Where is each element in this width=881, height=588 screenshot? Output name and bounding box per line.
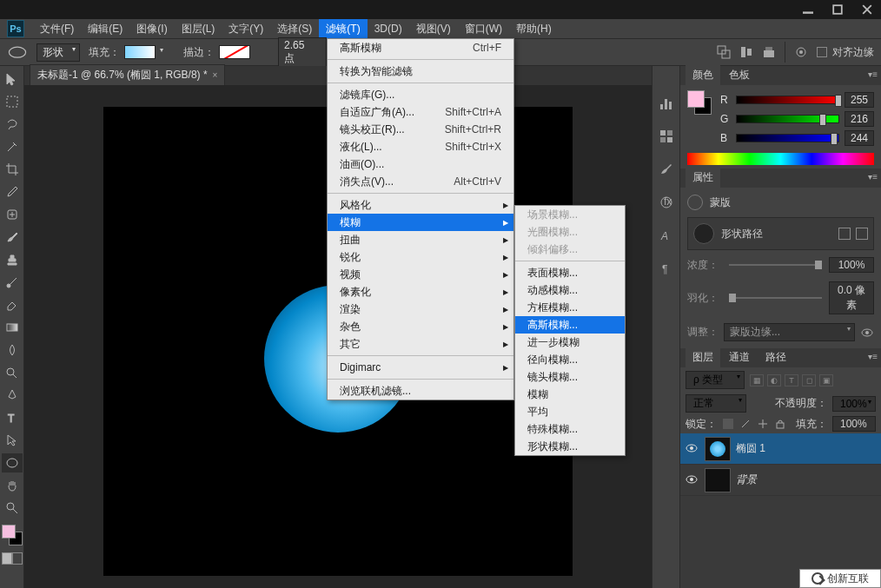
path-select-tool[interactable] [2, 431, 23, 450]
stamp-tool[interactable] [2, 250, 23, 269]
align-icon[interactable] [739, 45, 753, 59]
layer-name[interactable]: 椭圆 1 [736, 441, 765, 456]
menu-help[interactable]: 帮助(H) [509, 19, 559, 38]
layer-thumbnail[interactable] [705, 437, 731, 461]
path-ops-icon[interactable] [717, 45, 731, 59]
density-value[interactable]: 100% [829, 257, 874, 273]
filter-adjust-icon[interactable]: ◐ [767, 374, 781, 386]
menu-type[interactable]: 文字(Y) [222, 19, 270, 38]
zoom-tool[interactable] [2, 499, 23, 518]
layer-row[interactable]: 背景 [680, 465, 881, 496]
menu-item[interactable]: 自适应广角(A)...Shift+Ctrl+A [328, 103, 513, 121]
menu-image[interactable]: 图像(I) [129, 19, 174, 38]
character-icon[interactable]: A [659, 228, 674, 243]
document-tab[interactable]: 未标题-1 @ 66.7% (椭圆 1, RGB/8) *× [30, 64, 225, 85]
fill-opacity-value[interactable]: 100% [832, 416, 876, 432]
menu-item[interactable]: 径向模糊... [515, 351, 625, 368]
menu-3d[interactable]: 3D(D) [368, 19, 409, 38]
slider-g[interactable] [736, 115, 839, 123]
menu-layer[interactable]: 图层(L) [175, 19, 222, 38]
marquee-tool[interactable] [2, 92, 23, 111]
menu-item[interactable]: 模糊 [328, 214, 513, 231]
menu-item[interactable]: 方框模糊... [515, 299, 625, 316]
menu-item[interactable]: 镜头模糊... [515, 368, 625, 386]
menu-item[interactable]: 表面模糊... [515, 264, 625, 281]
layer-thumbnail[interactable] [705, 468, 731, 492]
filter-smart-icon[interactable]: ▣ [819, 374, 833, 386]
filter-shape-icon[interactable]: ◻ [802, 374, 816, 386]
menu-item[interactable]: 像素化 [328, 283, 513, 301]
feather-slider[interactable] [729, 297, 822, 299]
arrange-icon[interactable] [762, 45, 776, 59]
value-r[interactable]: 255 [845, 92, 874, 108]
app-logo[interactable]: Ps [7, 20, 24, 37]
menu-item[interactable]: 杂色 [328, 318, 513, 335]
wand-tool[interactable] [2, 137, 23, 156]
menu-view[interactable]: 视图(V) [409, 19, 458, 38]
panel-menu-icon[interactable]: ▾≡ [868, 172, 878, 182]
menu-item[interactable]: 动感模糊... [515, 281, 625, 299]
minimize-button[interactable] [799, 3, 817, 16]
menu-item[interactable]: Digimarc [328, 359, 513, 376]
menu-item[interactable]: 特殊模糊... [515, 420, 625, 438]
tab-layers[interactable]: 图层 [686, 347, 720, 367]
tab-paths[interactable]: 路径 [758, 347, 793, 367]
filter-pixel-icon[interactable]: ▦ [750, 374, 764, 386]
tab-color[interactable]: 颜色 [686, 65, 720, 85]
maximize-button[interactable] [829, 3, 846, 16]
hand-tool[interactable] [2, 476, 23, 495]
menu-item[interactable]: 消失点(V)...Alt+Ctrl+V [328, 173, 513, 190]
menu-item[interactable]: 形状模糊... [515, 438, 625, 455]
menu-item[interactable]: 油画(O)... [328, 155, 513, 173]
quick-mask-toggle[interactable] [2, 552, 23, 565]
menu-item[interactable]: 高斯模糊... [515, 316, 625, 334]
history-brush-tool[interactable] [2, 273, 23, 292]
menu-item[interactable]: 视频 [328, 266, 513, 283]
paragraph-icon[interactable]: ¶ [659, 261, 674, 276]
adjust-dropdown[interactable]: 蒙版边缘... [724, 323, 855, 341]
stroke-width-input[interactable]: 2.65 点 [278, 37, 327, 68]
ellipse-shape-tool[interactable] [2, 453, 23, 472]
layer-mask-icon[interactable] [856, 228, 868, 240]
type-tool[interactable]: T [2, 408, 23, 427]
brush-tool[interactable] [2, 228, 23, 247]
dodge-tool[interactable] [2, 363, 23, 382]
panel-menu-icon[interactable]: ▾≡ [868, 352, 878, 361]
layer-row[interactable]: 椭圆 1 [680, 433, 881, 465]
visibility-icon[interactable] [860, 326, 874, 340]
tab-swatches[interactable]: 色板 [722, 65, 757, 85]
lock-all-icon[interactable] [774, 418, 786, 430]
brushes-icon[interactable] [659, 162, 674, 177]
panel-fgbg-swatch[interactable] [687, 90, 712, 115]
heal-tool[interactable] [2, 205, 23, 224]
ellipse-tool-icon[interactable] [7, 44, 28, 60]
panel-menu-icon[interactable]: ▾≡ [868, 69, 878, 79]
lock-pixels-icon[interactable] [739, 418, 752, 430]
blur-tool[interactable] [2, 340, 23, 360]
visibility-toggle[interactable] [686, 473, 699, 487]
align-edges-checkbox[interactable] [817, 47, 827, 57]
slider-b[interactable] [736, 134, 839, 142]
move-tool[interactable] [2, 69, 23, 89]
crop-tool[interactable] [2, 160, 23, 179]
value-g[interactable]: 216 [845, 111, 874, 127]
menu-item[interactable]: 模糊 [515, 386, 625, 403]
menu-edit[interactable]: 编辑(E) [81, 19, 129, 38]
menu-item[interactable]: 扭曲 [328, 231, 513, 248]
menu-window[interactable]: 窗口(W) [458, 19, 509, 38]
histogram-icon[interactable] [659, 96, 674, 111]
menu-item[interactable]: 滤镜库(G)... [328, 86, 513, 103]
fill-swatch[interactable] [124, 45, 156, 59]
styles-icon[interactable]: fx [659, 195, 674, 210]
menu-item[interactable]: 锐化 [328, 248, 513, 266]
filter-type-icon[interactable]: T [785, 374, 798, 386]
close-button[interactable] [858, 3, 876, 16]
menu-item[interactable]: 渲染 [328, 301, 513, 318]
menu-item[interactable]: 转换为智能滤镜 [328, 63, 513, 80]
layer-name[interactable]: 背景 [736, 472, 757, 487]
layer-filter-kind[interactable]: ρ 类型 [686, 371, 745, 389]
eraser-tool[interactable] [2, 295, 23, 314]
opacity-value[interactable]: 100% [832, 396, 876, 412]
tab-properties[interactable]: 属性 [686, 168, 720, 188]
tab-channels[interactable]: 通道 [722, 347, 757, 367]
